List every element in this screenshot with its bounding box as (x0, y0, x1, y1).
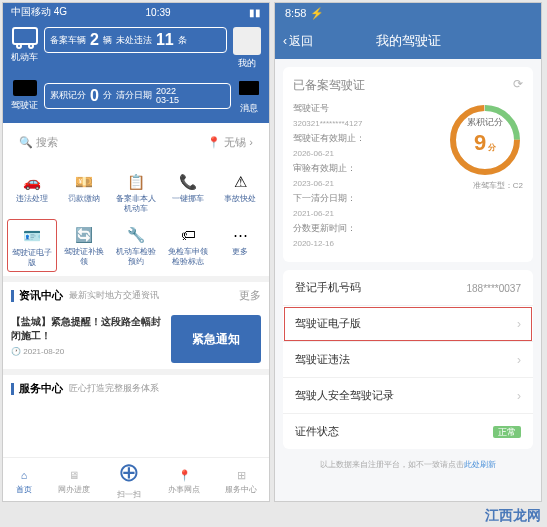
watermark: 江西龙网 (485, 507, 541, 525)
grid-item-0[interactable]: 🚗违法处理 (7, 166, 57, 217)
status-bar: 中国移动 4G 10:39 ▮▮ (3, 3, 269, 21)
car-stats[interactable]: 备案车辆2辆 未处违法11条 (44, 27, 227, 53)
tab-bar: ⌂首页🖥网办进度⊕扫一扫📍办事网点⊞服务中心 (3, 457, 269, 501)
message-nav[interactable]: 消息 (237, 76, 261, 115)
svg-text:🪪: 🪪 (23, 227, 42, 245)
profile-nav[interactable]: 我的 (233, 27, 261, 70)
header-row1: 机动车 备案车辆2辆 未处违法11条 我的 (3, 21, 269, 76)
svg-text:⊞: ⊞ (236, 468, 245, 480)
service-header[interactable]: 服务中心匠心打造完整服务体系 (3, 369, 269, 402)
svg-text:🚗: 🚗 (23, 173, 42, 191)
grid-item-3[interactable]: 📞一键挪车 (163, 166, 213, 217)
grid-item-8[interactable]: 🏷免检车申领检验标志 (163, 219, 213, 272)
grid-item-6[interactable]: 🔄驾驶证补换领 (59, 219, 109, 272)
license-nav[interactable]: 驾驶证 (11, 79, 38, 112)
svg-text:💴: 💴 (75, 173, 94, 191)
svg-text:📍: 📍 (177, 468, 191, 481)
news-banner: 紧急通知 (171, 315, 261, 363)
svg-rect-0 (13, 28, 37, 44)
svg-text:⊕: ⊕ (118, 460, 140, 486)
svg-text:⌂: ⌂ (21, 468, 27, 480)
function-grid: 🚗违法处理💴罚款缴纳📋备案非本人机动车📞一键挪车⚠事故快处🪪驾驶证电子版🔄驾驶证… (3, 162, 269, 276)
tab-1[interactable]: 🖥网办进度 (58, 465, 90, 495)
svg-text:📋: 📋 (127, 173, 146, 191)
list-item-4[interactable]: 证件状态正常 (283, 414, 533, 449)
grid-item-7[interactable]: 🔧机动车检验预约 (111, 219, 161, 272)
menu-list: 登记手机号码188****0037驾驶证电子版›驾驶证违法›驾驶人安全驾驶记录›… (283, 270, 533, 449)
svg-text:📞: 📞 (179, 173, 198, 191)
grid-item-2[interactable]: 📋备案非本人机动车 (111, 166, 161, 217)
news-item[interactable]: 【盐城】紧急提醒！这段路全幅封闭施工！ 🕐 2021-08-20 紧急通知 (3, 309, 269, 369)
footer-note: 以上数据来自注册平台，如不一致请点击此处刷新 (283, 449, 533, 480)
car-nav[interactable]: 机动车 (11, 27, 38, 64)
nav-bar: ‹ 返回 我的驾驶证 (275, 23, 541, 59)
svg-text:🔄: 🔄 (75, 226, 94, 244)
list-item-2[interactable]: 驾驶证违法› (283, 342, 533, 378)
svg-text:🔧: 🔧 (127, 226, 146, 244)
header-row2: 驾驶证 累积记分0分 清分日期 202203-15 消息 (3, 76, 269, 123)
phone-right: 8:58⚡ ‹ 返回 我的驾驶证 已备案驾驶证⟳ 驾驶证号 320321****… (274, 2, 542, 502)
tab-3[interactable]: 📍办事网点 (168, 465, 200, 495)
back-button[interactable]: ‹ 返回 (283, 33, 313, 50)
svg-point-1 (17, 44, 21, 48)
search-bar[interactable]: 🔍 搜索 📍 无锡 › (11, 129, 261, 156)
list-item-3[interactable]: 驾驶人安全驾驶记录› (283, 378, 533, 414)
avatar-icon (233, 27, 261, 55)
phone-left: 中国移动 4G 10:39 ▮▮ 机动车 备案车辆2辆 未处违法11条 我的 驾… (2, 2, 270, 502)
svg-text:⚠: ⚠ (234, 174, 247, 190)
refresh-link[interactable]: 此处刷新 (464, 460, 496, 469)
grid-item-5[interactable]: 🪪驾驶证电子版 (7, 219, 57, 272)
license-card: 已备案驾驶证⟳ 驾驶证号 320321********4127 驾驶证有效期止：… (283, 67, 533, 262)
content-area: 已备案驾驶证⟳ 驾驶证号 320321********4127 驾驶证有效期止：… (275, 59, 541, 501)
status-bar-r: 8:58⚡ (275, 3, 541, 23)
search-icon: 🔍 搜索 (19, 135, 58, 150)
tab-4[interactable]: ⊞服务中心 (225, 465, 257, 495)
news-header[interactable]: 资讯中心最新实时地方交通资讯更多 (3, 276, 269, 309)
grid-item-1[interactable]: 💴罚款缴纳 (59, 166, 109, 217)
list-item-0[interactable]: 登记手机号码188****0037 (283, 270, 533, 306)
svg-text:🖥: 🖥 (69, 468, 80, 480)
grid-item-9[interactable]: ⋯更多 (215, 219, 265, 272)
city-selector[interactable]: 📍 无锡 › (207, 135, 253, 150)
refresh-icon[interactable]: ⟳ (513, 77, 523, 94)
svg-text:🏷: 🏷 (181, 227, 196, 243)
tab-0[interactable]: ⌂首页 (15, 465, 33, 495)
grid-item-4[interactable]: ⚠事故快处 (215, 166, 265, 217)
svg-point-4 (16, 85, 22, 91)
svg-point-2 (29, 44, 33, 48)
svg-text:⋯: ⋯ (233, 227, 248, 243)
list-item-1[interactable]: 驾驶证电子版› (283, 306, 533, 342)
score-ring: 累积记分 9分 (447, 102, 523, 178)
license-stats[interactable]: 累积记分0分 清分日期 202203-15 (44, 83, 231, 109)
nav-title: 我的驾驶证 (376, 32, 441, 50)
tab-2[interactable]: ⊕扫一扫 (115, 460, 143, 500)
